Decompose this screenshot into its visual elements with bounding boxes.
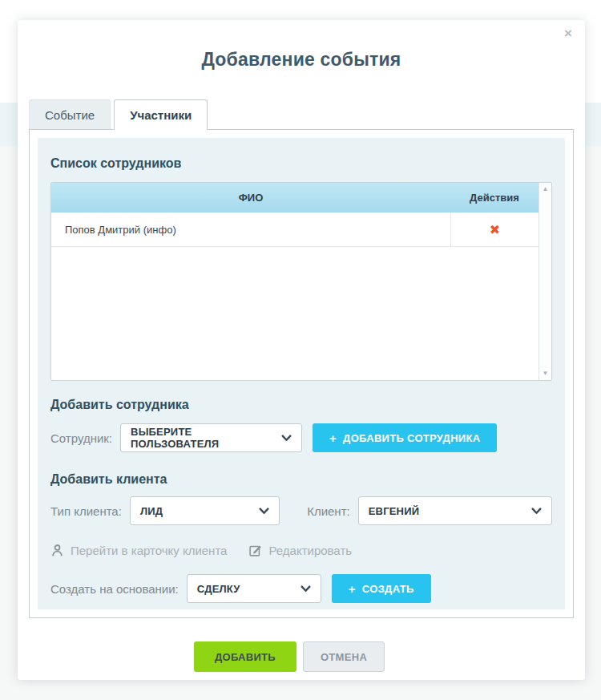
scroll-down-icon[interactable]: ▼ (543, 370, 549, 377)
edit-client-link[interactable]: Редактировать (248, 544, 352, 557)
tab-panel: Список сотрудников ФИО Действия Попов Дм… (29, 129, 574, 618)
chevron-down-icon (281, 431, 292, 445)
table-row: Попов Дмитрий (инфо) ✖ (51, 212, 538, 247)
close-icon[interactable]: × (564, 24, 572, 43)
create-button[interactable]: + СОЗДАТЬ (332, 574, 431, 603)
scroll-up-icon[interactable]: ▲ (543, 186, 549, 192)
client-type-label: Тип клиента: (50, 504, 122, 518)
plus-icon: + (349, 582, 356, 596)
submit-button[interactable]: ДОБАВИТЬ (194, 641, 296, 672)
table-scrollbar[interactable]: ▲ ▼ (538, 183, 551, 380)
client-select-value: ЕВГЕНИЙ (369, 505, 420, 517)
add-event-modal: × Добавление события Событие Участники С… (18, 20, 585, 680)
client-type-value: ЛИД (140, 505, 163, 517)
employee-name: Попов Дмитрий (инфо) (51, 224, 450, 236)
tab-bar: Событие Участники (18, 99, 585, 129)
employees-list-heading: Список сотрудников (50, 156, 552, 171)
create-basis-select[interactable]: СДЕЛКУ (187, 574, 321, 603)
delete-icon[interactable]: ✖ (490, 222, 500, 237)
plus-icon: + (329, 431, 337, 445)
add-employee-button-label: ДОБАВИТЬ СОТРУДНИКА (343, 432, 480, 444)
column-header-actions: Действия (450, 192, 538, 204)
column-header-fio: ФИО (51, 192, 450, 204)
row-actions-cell: ✖ (450, 212, 538, 246)
chevron-down-icon (531, 504, 542, 518)
create-button-label: СОЗДАТЬ (362, 583, 414, 595)
client-links-row: Перейти в карточку клиента Редактировать (50, 544, 552, 557)
client-select[interactable]: ЕВГЕНИЙ (358, 496, 552, 525)
client-card-link-label: Перейти в карточку клиента (71, 544, 227, 557)
create-basis-value: СДЕЛКУ (197, 583, 240, 595)
tab-participants[interactable]: Участники (114, 99, 208, 130)
chevron-down-icon (300, 581, 311, 596)
client-label: Клиент: (307, 504, 350, 518)
modal-title: Добавление события (18, 49, 585, 71)
add-client-heading: Добавить клиента (50, 472, 552, 487)
add-employee-row: Сотрудник: ВЫБЕРИТЕ ПОЛЬЗОВАТЕЛЯ + ДОБАВ… (50, 423, 552, 452)
person-icon (50, 544, 64, 557)
client-type-select[interactable]: ЛИД (130, 496, 280, 525)
tab-event[interactable]: Событие (29, 99, 111, 129)
chevron-down-icon (259, 504, 269, 518)
participants-panel: Список сотрудников ФИО Действия Попов Дм… (38, 138, 565, 609)
cancel-button[interactable]: ОТМЕНА (303, 641, 385, 672)
employee-label: Сотрудник: (50, 431, 112, 445)
employee-select-value: ВЫБЕРИТЕ ПОЛЬЗОВАТЕЛЯ (131, 426, 281, 450)
create-row: Создать на основании: СДЕЛКУ + СОЗДАТЬ (50, 574, 552, 603)
modal-footer: ДОБАВИТЬ ОТМЕНА (18, 641, 561, 672)
add-employee-button[interactable]: + ДОБАВИТЬ СОТРУДНИКА (313, 423, 497, 452)
client-row: Тип клиента: ЛИД Клиент: ЕВГЕНИЙ (50, 496, 552, 525)
employees-table-main: ФИО Действия Попов Дмитрий (инфо) ✖ (51, 183, 538, 380)
edit-icon (248, 544, 262, 557)
client-card-link[interactable]: Перейти в карточку клиента (50, 544, 227, 557)
add-employee-heading: Добавить сотрудника (50, 398, 552, 412)
edit-client-link-label: Редактировать (268, 544, 352, 557)
employees-table: ФИО Действия Попов Дмитрий (инфо) ✖ ▲ ▼ (50, 182, 552, 381)
employee-select[interactable]: ВЫБЕРИТЕ ПОЛЬЗОВАТЕЛЯ (120, 423, 302, 452)
table-header-row: ФИО Действия (51, 183, 538, 212)
create-basis-label: Создать на основании: (50, 582, 179, 596)
